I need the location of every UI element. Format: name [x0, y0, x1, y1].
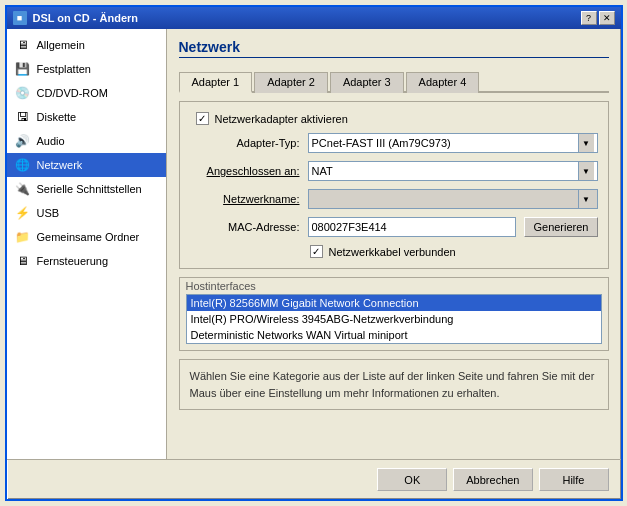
sidebar-item-seriell[interactable]: 🔌 Serielle Schnittstellen: [7, 177, 166, 201]
help-button[interactable]: Hilfe: [539, 468, 609, 491]
section-title: Netzwerk: [179, 39, 609, 58]
sidebar-item-audio[interactable]: 🔊 Audio: [7, 129, 166, 153]
cable-label: Netzwerkkabel verbunden: [329, 246, 456, 258]
sidebar-icon-diskette: 🖫: [15, 109, 31, 125]
tab-adapter3[interactable]: Adapter 3: [330, 72, 404, 93]
activate-label: Netzwerkadapter aktivieren: [215, 113, 348, 125]
hostinterface-item-0[interactable]: Intel(R) 82566MM Gigabit Network Connect…: [187, 295, 601, 311]
window-icon: ■: [13, 11, 27, 25]
mac-label: MAC-Adresse:: [190, 221, 300, 233]
sidebar-item-fernsteuerung[interactable]: 🖥 Fernsteuerung: [7, 249, 166, 273]
sidebar-item-ordner[interactable]: 📁 Gemeinsame Ordner: [7, 225, 166, 249]
adapter-type-select[interactable]: PCnet-FAST III (Am79C973) ▼: [308, 133, 598, 153]
window-body: 🖥 Allgemein 💾 Festplatten 💿 CD/DVD-ROM 🖫…: [7, 29, 621, 459]
sidebar-label-cddvd: CD/DVD-ROM: [37, 87, 109, 99]
sidebar-icon-allgemein: 🖥: [15, 37, 31, 53]
sidebar-item-usb[interactable]: ⚡ USB: [7, 201, 166, 225]
sidebar-icon-fernsteuerung: 🖥: [15, 253, 31, 269]
sidebar-icon-cddvd: 💿: [15, 85, 31, 101]
sidebar-icon-ordner: 📁: [15, 229, 31, 245]
title-bar-left: ■ DSL on CD - Ändern: [13, 11, 139, 25]
ok-button[interactable]: OK: [377, 468, 447, 491]
cable-checkbox[interactable]: ✓: [310, 245, 323, 258]
tab-adapter1[interactable]: Adapter 1: [179, 72, 253, 93]
hostinterfaces-list: Intel(R) 82566MM Gigabit Network Connect…: [186, 294, 602, 344]
network-name-select[interactable]: ▼: [308, 189, 598, 209]
sidebar-label-netzwerk: Netzwerk: [37, 159, 83, 171]
close-title-button[interactable]: ✕: [599, 11, 615, 25]
info-box: Wählen Sie eine Kategorie aus der Liste …: [179, 359, 609, 410]
connected-value: NAT: [312, 165, 578, 177]
hostinterface-item-2[interactable]: Deterministic Networks WAN Virtual minip…: [187, 327, 601, 343]
generate-button[interactable]: Generieren: [524, 217, 597, 237]
cancel-button[interactable]: Abbrechen: [453, 468, 532, 491]
sidebar-icon-audio: 🔊: [15, 133, 31, 149]
tab-adapter4[interactable]: Adapter 4: [406, 72, 480, 93]
sidebar-item-festplatten[interactable]: 💾 Festplatten: [7, 57, 166, 81]
sidebar: 🖥 Allgemein 💾 Festplatten 💿 CD/DVD-ROM 🖫…: [7, 29, 167, 459]
connected-label: Angeschlossen an:: [190, 165, 300, 177]
activate-row: ✓ Netzwerkadapter aktivieren: [190, 112, 598, 125]
network-name-arrow[interactable]: ▼: [578, 190, 594, 208]
main-content: Netzwerk Adapter 1 Adapter 2 Adapter 3 A…: [167, 29, 621, 459]
main-window: ■ DSL on CD - Ändern ? ✕ 🖥 Allgemein 💾 F…: [5, 5, 623, 501]
adapter-type-value: PCnet-FAST III (Am79C973): [312, 137, 578, 149]
tab-adapter2[interactable]: Adapter 2: [254, 72, 328, 93]
mac-input[interactable]: [308, 217, 517, 237]
bottom-bar: OK Abbrechen Hilfe: [7, 459, 621, 499]
sidebar-icon-festplatten: 💾: [15, 61, 31, 77]
sidebar-item-allgemein[interactable]: 🖥 Allgemein: [7, 33, 166, 57]
help-title-button[interactable]: ?: [581, 11, 597, 25]
title-bar: ■ DSL on CD - Ändern ? ✕: [7, 7, 621, 29]
sidebar-icon-netzwerk: 🌐: [15, 157, 31, 173]
sidebar-item-cddvd[interactable]: 💿 CD/DVD-ROM: [7, 81, 166, 105]
sidebar-label-diskette: Diskette: [37, 111, 77, 123]
connected-arrow[interactable]: ▼: [578, 162, 594, 180]
cable-row: ✓ Netzwerkkabel verbunden: [190, 245, 598, 258]
sidebar-icon-seriell: 🔌: [15, 181, 31, 197]
network-name-label: Netzwerkname:: [190, 193, 300, 205]
adapter-type-arrow[interactable]: ▼: [578, 134, 594, 152]
sidebar-label-usb: USB: [37, 207, 60, 219]
sidebar-label-ordner: Gemeinsame Ordner: [37, 231, 140, 243]
connected-row: Angeschlossen an: NAT ▼: [190, 161, 598, 181]
activate-checkbox[interactable]: ✓: [196, 112, 209, 125]
sidebar-label-seriell: Serielle Schnittstellen: [37, 183, 142, 195]
sidebar-item-netzwerk[interactable]: 🌐 Netzwerk: [7, 153, 166, 177]
sidebar-label-audio: Audio: [37, 135, 65, 147]
sidebar-item-diskette[interactable]: 🖫 Diskette: [7, 105, 166, 129]
hostinterfaces-title: Hostinterfaces: [180, 278, 608, 294]
mac-row: MAC-Adresse: Generieren: [190, 217, 598, 237]
sidebar-icon-usb: ⚡: [15, 205, 31, 221]
hostinterfaces-section: Hostinterfaces Intel(R) 82566MM Gigabit …: [179, 277, 609, 351]
network-name-row: Netzwerkname: ▼: [190, 189, 598, 209]
sidebar-label-festplatten: Festplatten: [37, 63, 91, 75]
sidebar-label-allgemein: Allgemein: [37, 39, 85, 51]
adapter-panel: ✓ Netzwerkadapter aktivieren Adapter-Typ…: [179, 101, 609, 269]
sidebar-label-fernsteuerung: Fernsteuerung: [37, 255, 109, 267]
adapter-type-label: Adapter-Typ:: [190, 137, 300, 149]
window-title: DSL on CD - Ändern: [33, 12, 139, 24]
adapter-type-row: Adapter-Typ: PCnet-FAST III (Am79C973) ▼: [190, 133, 598, 153]
connected-select[interactable]: NAT ▼: [308, 161, 598, 181]
title-buttons: ? ✕: [581, 11, 615, 25]
tab-bar: Adapter 1 Adapter 2 Adapter 3 Adapter 4: [179, 72, 609, 93]
hostinterface-item-1[interactable]: Intel(R) PRO/Wireless 3945ABG-Netzwerkve…: [187, 311, 601, 327]
